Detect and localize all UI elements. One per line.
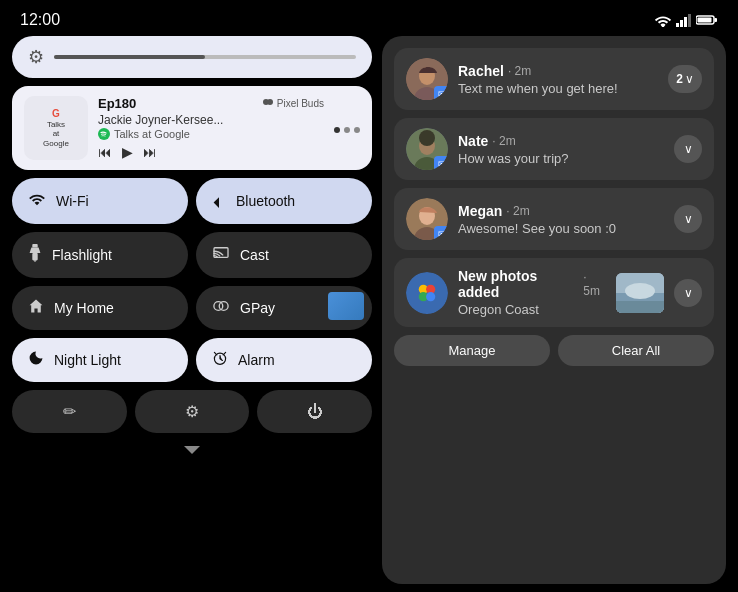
status-bar: 12:00 bbox=[0, 0, 738, 36]
notification-nate[interactable]: ✉ Nate · 2m How was your trip? ∨ bbox=[394, 118, 714, 180]
power-icon: ⏻ bbox=[307, 403, 323, 421]
spotify-icon bbox=[98, 128, 110, 140]
notif-time-megan: · 2m bbox=[506, 204, 529, 218]
myhome-label: My Home bbox=[54, 300, 114, 316]
svg-rect-2 bbox=[684, 17, 687, 27]
gpay-icon bbox=[212, 298, 230, 318]
notif-time-rachel: · 2m bbox=[508, 64, 531, 78]
edit-icon: ✏ bbox=[63, 402, 76, 421]
wifi-toggle[interactable]: Wi-Fi bbox=[12, 178, 188, 224]
media-album-art: G TalksatGoogle bbox=[24, 96, 88, 160]
play-button[interactable]: ▶ bbox=[122, 144, 133, 160]
quick-settings-panel: ⚙ G TalksatGoogle Ep180 Pi bbox=[12, 36, 372, 584]
media-info: Ep180 Pixel Buds Jackie Joyner-Kersee... bbox=[98, 96, 324, 160]
notification-actions: Manage Clear All bbox=[394, 335, 714, 366]
wifi-icon bbox=[28, 192, 46, 210]
message-badge-megan: ✉ bbox=[434, 226, 448, 240]
media-episode: Ep180 bbox=[98, 96, 136, 111]
manage-button[interactable]: Manage bbox=[394, 335, 550, 366]
rewind-button[interactable]: ⏮ bbox=[98, 144, 112, 160]
alarm-toggle[interactable]: Alarm bbox=[196, 338, 372, 382]
avatar-circle-photos bbox=[406, 272, 448, 314]
notif-message-megan: Awesome! See you soon :0 bbox=[458, 221, 664, 236]
media-dot-1 bbox=[334, 127, 340, 133]
media-dots bbox=[334, 127, 360, 133]
power-button[interactable]: ⏻ bbox=[257, 390, 372, 433]
gpay-toggle[interactable]: GPay bbox=[196, 286, 372, 330]
brightness-row[interactable]: ⚙ bbox=[12, 36, 372, 78]
expand-chevron[interactable] bbox=[12, 441, 372, 459]
notif-name-photos: New photos added bbox=[458, 268, 579, 300]
message-badge-nate: ✉ bbox=[434, 156, 448, 170]
bluetooth-label: Bluetooth bbox=[236, 193, 295, 209]
notif-message-nate: How was your trip? bbox=[458, 151, 664, 166]
notif-body-rachel: Rachel · 2m Text me when you get here! bbox=[458, 63, 658, 96]
media-player[interactable]: G TalksatGoogle Ep180 Pixel Buds Jackie … bbox=[12, 86, 372, 170]
settings-button[interactable]: ⚙ bbox=[135, 390, 250, 433]
forward-button[interactable]: ⏭ bbox=[143, 144, 157, 160]
myhome-toggle[interactable]: My Home bbox=[12, 286, 188, 330]
expand-megan[interactable]: ∨ bbox=[674, 205, 702, 233]
alarm-label: Alarm bbox=[238, 352, 275, 368]
brightness-track[interactable] bbox=[54, 55, 356, 59]
svg-rect-3 bbox=[688, 14, 691, 27]
notif-name-rachel: Rachel bbox=[458, 63, 504, 79]
brightness-fill bbox=[54, 55, 205, 59]
chevron-down-icon bbox=[183, 445, 201, 455]
nightlight-label: Night Light bbox=[54, 352, 121, 368]
expand-nate[interactable]: ∨ bbox=[674, 135, 702, 163]
signal-icon bbox=[676, 13, 692, 27]
cast-toggle[interactable]: Cast bbox=[196, 232, 372, 278]
media-app: Talks at Google bbox=[98, 128, 324, 140]
notif-name-nate: Nate bbox=[458, 133, 488, 149]
toggle-grid: Wi-Fi Bluetooth bbox=[12, 178, 372, 382]
nightlight-toggle[interactable]: Night Light bbox=[12, 338, 188, 382]
media-title: Jackie Joyner-Kersee... bbox=[98, 113, 324, 127]
svg-point-27 bbox=[426, 292, 435, 301]
avatar-photos bbox=[406, 272, 448, 314]
notif-time-nate: · 2m bbox=[492, 134, 515, 148]
bottom-action-bar: ✏ ⚙ ⏻ bbox=[12, 390, 372, 433]
wifi-label: Wi-Fi bbox=[56, 193, 89, 209]
alarm-icon bbox=[212, 350, 228, 370]
expand-photos[interactable]: ∨ bbox=[674, 279, 702, 307]
svg-point-15 bbox=[219, 302, 228, 311]
moon-icon bbox=[28, 350, 44, 370]
home-icon bbox=[28, 298, 44, 318]
google-photos-icon bbox=[416, 282, 438, 304]
notif-message-photos: Oregon Coast bbox=[458, 302, 606, 317]
svg-rect-5 bbox=[698, 18, 712, 23]
media-dot-2 bbox=[344, 127, 350, 133]
svg-rect-10 bbox=[32, 244, 37, 248]
avatar-nate: ✉ bbox=[406, 128, 448, 170]
notification-megan[interactable]: ✉ Megan · 2m Awesome! See you soon :0 ∨ bbox=[394, 188, 714, 250]
cast-label: Cast bbox=[240, 247, 269, 263]
avatar-megan: ✉ bbox=[406, 198, 448, 240]
expand-rachel[interactable]: 2 ∨ bbox=[668, 65, 702, 93]
chevron-rachel: ∨ bbox=[685, 72, 694, 86]
svg-rect-31 bbox=[616, 301, 664, 313]
bluetooth-icon bbox=[212, 190, 226, 212]
unread-count-rachel: 2 bbox=[676, 72, 683, 86]
svg-marker-11 bbox=[30, 248, 41, 253]
wifi-status-icon bbox=[654, 13, 672, 27]
svg-rect-1 bbox=[680, 20, 683, 27]
flashlight-toggle[interactable]: Flashlight bbox=[12, 232, 188, 278]
notifications-panel: ✉ Rachel · 2m Text me when you get here!… bbox=[382, 36, 726, 584]
notif-body-photos: New photos added · 5m Oregon Coast bbox=[458, 268, 606, 317]
avatar-rachel: ✉ bbox=[406, 58, 448, 100]
earbuds-icon bbox=[262, 98, 274, 110]
notification-rachel[interactable]: ✉ Rachel · 2m Text me when you get here!… bbox=[394, 48, 714, 110]
clear-all-button[interactable]: Clear All bbox=[558, 335, 714, 366]
svg-point-21 bbox=[419, 130, 435, 146]
edit-button[interactable]: ✏ bbox=[12, 390, 127, 433]
gpay-label: GPay bbox=[240, 300, 275, 316]
battery-icon bbox=[696, 13, 718, 27]
bluetooth-toggle[interactable]: Bluetooth bbox=[196, 178, 372, 224]
flashlight-label: Flashlight bbox=[52, 247, 112, 263]
notif-time-photos: · 5m bbox=[583, 270, 606, 298]
notification-photos[interactable]: New photos added · 5m Oregon Coast ∨ bbox=[394, 258, 714, 327]
media-dot-3 bbox=[354, 127, 360, 133]
media-controls[interactable]: ⏮ ▶ ⏭ bbox=[98, 144, 324, 160]
cast-icon bbox=[212, 246, 230, 264]
